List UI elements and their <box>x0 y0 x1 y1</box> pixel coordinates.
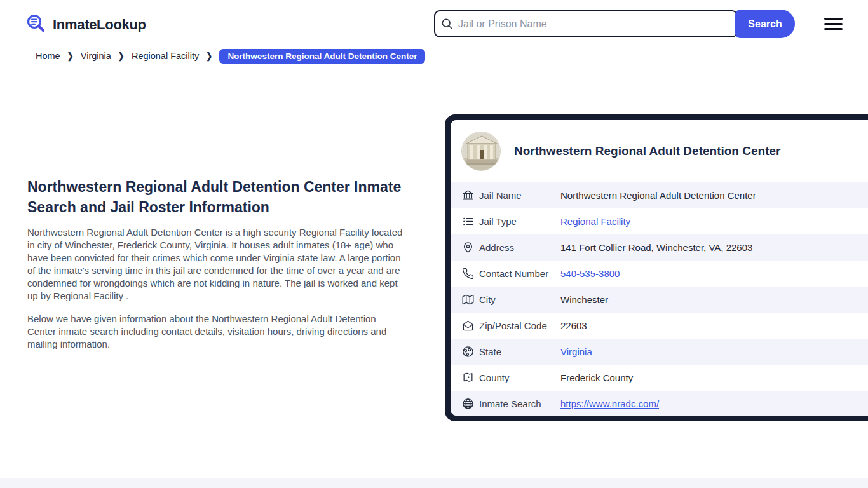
row-label: Inmate Search <box>479 398 560 409</box>
breadcrumb-virginia[interactable]: Virginia <box>81 51 111 61</box>
envelope-icon <box>461 320 474 332</box>
row-label: Address <box>479 242 560 253</box>
county-map-icon <box>461 372 474 384</box>
row-label: Jail Type <box>479 216 560 227</box>
facility-photo <box>461 132 501 171</box>
row-value: Winchester <box>560 294 608 305</box>
globe-icon <box>461 346 474 358</box>
magnifier-logo-icon <box>25 13 47 37</box>
contact-number-link[interactable]: 540-535-3800 <box>560 268 620 279</box>
brand-name: InmateLookup <box>53 17 146 33</box>
facility-card-header: Northwestern Regional Adult Detention Ce… <box>451 120 868 182</box>
row-label: State <box>479 346 560 357</box>
state-link[interactable]: Virginia <box>560 346 592 357</box>
footer-strip <box>0 478 868 488</box>
inmate-search-link[interactable]: https://www.nradc.com/ <box>560 398 659 409</box>
facility-card: Northwestern Regional Adult Detention Ce… <box>445 114 868 421</box>
header-search: Search <box>434 10 795 38</box>
row-label: Contact Number <box>479 268 560 279</box>
row-label: County <box>479 372 560 383</box>
chevron-right-icon: ❯ <box>67 51 74 61</box>
search-input[interactable] <box>434 10 738 37</box>
table-row-county: County Frederick County <box>451 365 868 391</box>
globe-grid-icon <box>461 398 474 410</box>
jail-type-link[interactable]: Regional Facility <box>560 216 630 227</box>
page: InmateLookup Search Home ❯ Virginia ❯ Re… <box>0 0 868 488</box>
chevron-right-icon: ❯ <box>206 51 212 61</box>
table-row-zip: Zip/Postal Code 22603 <box>451 313 868 339</box>
table-row-state: State Virginia <box>451 339 868 365</box>
map-icon <box>461 294 474 306</box>
row-label: City <box>479 294 560 305</box>
phone-icon <box>461 268 474 280</box>
list-icon <box>461 215 474 228</box>
breadcrumb-current-badge: Northwestern Regional Adult Detention Ce… <box>219 49 425 64</box>
row-value: 141 Fort Collier Road, Winchester, VA, 2… <box>560 242 752 253</box>
search-button[interactable]: Search <box>735 10 795 38</box>
row-value: 22603 <box>560 320 587 331</box>
table-row-contact-number: Contact Number 540-535-3800 <box>451 261 868 287</box>
table-row-inmate-search: Inmate Search https://www.nradc.com/ <box>451 391 868 416</box>
map-pin-icon <box>461 241 474 254</box>
breadcrumb-regional-facility[interactable]: Regional Facility <box>132 51 199 61</box>
bank-icon <box>461 189 474 202</box>
row-label: Zip/Postal Code <box>479 320 560 331</box>
brand-logo[interactable]: InmateLookup <box>25 13 146 37</box>
table-row-jail-type: Jail Type Regional Facility <box>451 208 868 234</box>
facility-details-table: Jail Name Northwestern Regional Adult De… <box>451 182 868 416</box>
table-row-city: City Winchester <box>451 287 868 313</box>
intro-paragraph: Northwestern Regional Adult Detention Ce… <box>27 226 409 302</box>
info-paragraph: Below we have given information about th… <box>27 313 396 351</box>
row-value: Frederick County <box>560 372 633 383</box>
facility-card-title: Northwestern Regional Adult Detention Ce… <box>514 144 780 158</box>
table-row-jail-name: Jail Name Northwestern Regional Adult De… <box>451 182 868 208</box>
breadcrumb-home[interactable]: Home <box>36 51 60 61</box>
chevron-right-icon: ❯ <box>118 51 125 61</box>
page-title: Northwestern Regional Adult Detention Ce… <box>27 177 409 217</box>
menu-icon[interactable] <box>824 18 843 30</box>
table-row-address: Address 141 Fort Collier Road, Wincheste… <box>451 234 868 261</box>
breadcrumb: Home ❯ Virginia ❯ Regional Facility ❯ No… <box>36 49 425 63</box>
row-value: Northwestern Regional Adult Detention Ce… <box>560 190 756 201</box>
row-label: Jail Name <box>479 190 560 201</box>
